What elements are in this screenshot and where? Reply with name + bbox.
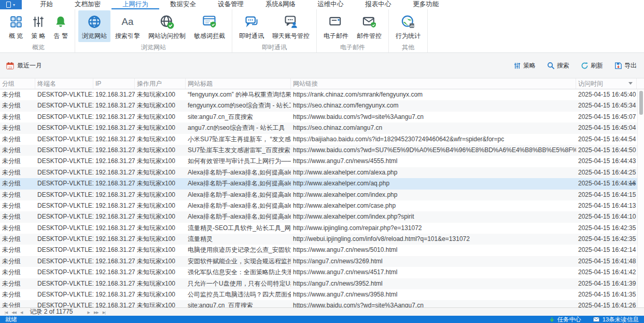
menubar: ▼ 开始文档加密上网行为数据安全设备管理系统&网络运维中心报表中心更多功能	[0, 0, 644, 9]
cell-user: 未知玩家x100	[135, 289, 186, 300]
column-header-分组[interactable]: 分组	[0, 78, 35, 89]
cell-terminal: DESKTOP-VLKTLE1	[35, 123, 93, 133]
document-icon	[6, 2, 11, 8]
window-shield-icon	[202, 14, 217, 30]
ribbon-button-敏感词拦截[interactable]: 敏感词拦截	[190, 10, 229, 42]
table-row[interactable]: 未分组DESKTOP-VLKTLE1192.168.31.27未知玩家x100A…	[0, 178, 644, 189]
column-header-IP[interactable]: IP	[93, 78, 135, 89]
chat-user-icon	[284, 14, 298, 30]
ribbon-button-label: 即时通讯	[239, 32, 264, 41]
cell-url: http://www.ipjingling.com/repair.php?e=1…	[291, 223, 576, 234]
cell-terminal: DESKTOP-VLKTLE1	[35, 112, 93, 123]
cell-url: https://seo.chinaz.com/angu7.cn	[291, 123, 576, 133]
menu-tab-设备管理[interactable]: 设备管理	[207, 0, 255, 9]
column-header-网站标题[interactable]: 网站标题	[186, 78, 291, 89]
table-row[interactable]: 未分组DESKTOP-VLKTLE1192.168.31.27未知玩家x100如…	[0, 156, 644, 167]
table-row[interactable]: 未分组DESKTOP-VLKTLE1192.168.31.27未知玩家x100公…	[0, 289, 644, 300]
cell-title: 流量精灵-SEO工具软件_站长工具_网站推广...	[186, 223, 291, 234]
cell-terminal: DESKTOP-VLKTLE1	[35, 178, 93, 189]
scrollbar-thumb[interactable]	[639, 91, 643, 115]
app-menu-button[interactable]: ▼	[0, 0, 22, 9]
ribbon-button-邮件管控[interactable]: 邮件管控	[353, 10, 385, 42]
column-header-访问时间[interactable]: 访问时间	[576, 78, 637, 89]
menu-tab-更多功能[interactable]: 更多功能	[402, 0, 450, 9]
cell-group: 未分组	[0, 112, 35, 123]
ribbon: 概 览策 略告 警概览浏览网站Aa搜索引擎网站访问控制敏感词拦截浏览网站即时通讯…	[0, 9, 644, 53]
cell-user: 未知玩家x100	[135, 178, 186, 189]
toolbar-action-搜索[interactable]: 搜索	[547, 61, 569, 70]
cell-title: 如何有效管理与审计员工上网行为——安固...	[186, 156, 291, 167]
column-header-网站链接[interactable]: 网站链接	[291, 78, 576, 89]
toolbar-action-刷新[interactable]: 刷新	[581, 61, 603, 70]
prev-page-button[interactable]: ◀	[18, 311, 24, 314]
ribbon-button-行为统计[interactable]: 行为统计	[392, 10, 424, 42]
table-row[interactable]: 未分组DESKTOP-VLKTLE1192.168.31.27未知玩家x100A…	[0, 200, 644, 211]
table-row[interactable]: 未分组DESKTOP-VLKTLE1192.168.31.27未知玩家x100A…	[0, 211, 644, 222]
toolbar-action-label: 搜索	[557, 61, 569, 70]
menu-tab-开始[interactable]: 开始	[29, 0, 64, 9]
menu-tab-系统&网络[interactable]: 系统&网络	[255, 0, 306, 9]
ribbon-button-告警[interactable]: 告 警	[50, 10, 72, 42]
prev-fast-button[interactable]: ◀◀	[9, 311, 18, 314]
cell-url: https://www.angu7.cn/news/3958.html	[291, 289, 576, 300]
cell-title: 公司监控员工电脑违法吗？四大层面全局解...	[186, 289, 291, 300]
menu-tab-文档加密[interactable]: 文档加密	[64, 0, 111, 9]
ribbon-button-电子邮件[interactable]: 电子邮件	[320, 10, 352, 42]
cell-title: Alexa排名助手-alexa排名,如何提高alexa排...	[186, 167, 291, 178]
ribbon-button-策略[interactable]: 策 略	[27, 10, 49, 42]
cell-user: 未知玩家x100	[135, 223, 186, 234]
ribbon-group-label: 电子邮件	[320, 42, 385, 52]
cell-title: Alexa排名助手-alexa排名,如何提高alexa排...	[186, 190, 291, 200]
cell-terminal: DESKTOP-VLKTLE1	[35, 256, 93, 267]
unread-messages-link[interactable]: 13条未读信息	[593, 316, 639, 323]
mail-icon	[329, 14, 343, 30]
ribbon-button-概览[interactable]: 概 览	[5, 10, 26, 42]
table-row[interactable]: 未分组DESKTOP-VLKTLE1192.168.31.27未知玩家x100强…	[0, 267, 644, 278]
next-fast-button[interactable]: ▶▶	[92, 311, 101, 314]
svg-text:23: 23	[8, 65, 12, 69]
toolbar-action-策略[interactable]: 策略	[513, 61, 536, 70]
ribbon-button-浏览网站[interactable]: 浏览网站	[78, 10, 110, 42]
task-center-link[interactable]: 任务中心	[549, 316, 581, 323]
table-row[interactable]: 未分组DESKTOP-VLKTLE1192.168.31.27未知玩家x100流…	[0, 223, 644, 234]
status-bar: 就绪 任务中心 13条未读信息	[0, 316, 644, 323]
date-range-filter[interactable]: 23 最近一月	[6, 61, 42, 70]
cell-url: https://www.angu7.cn/news/5010.html	[291, 245, 576, 255]
cell-ip: 192.168.31.27	[93, 211, 135, 222]
menu-tab-数据安全[interactable]: 数据安全	[159, 0, 207, 9]
table-row[interactable]: 未分组DESKTOP-VLKTLE1192.168.31.27未知玩家x100只…	[0, 278, 644, 289]
table-row[interactable]: 未分组DESKTOP-VLKTLE1192.168.31.27未知玩家x100安…	[0, 256, 644, 267]
table-row[interactable]: 未分组DESKTOP-VLKTLE1192.168.31.27未知玩家x100A…	[0, 190, 644, 200]
cell-user: 未知玩家x100	[135, 167, 186, 178]
filter-dropdown-icon[interactable]	[628, 82, 633, 85]
first-page-button[interactable]: |◀	[3, 311, 9, 314]
menu-tab-报表中心[interactable]: 报表中心	[354, 0, 402, 9]
toolbar-action-导出[interactable]: 导出	[614, 61, 637, 70]
menu-tab-运维中心[interactable]: 运维中心	[306, 0, 354, 9]
table-row[interactable]: 未分组DESKTOP-VLKTLE1192.168.31.27未知玩家x100a…	[0, 123, 644, 133]
ribbon-button-聊天账号管控[interactable]: 聊天账号管控	[269, 10, 313, 42]
table-row[interactable]: 未分组DESKTOP-VLKTLE1192.168.31.27未知玩家x100电…	[0, 245, 644, 255]
cell-terminal: DESKTOP-VLKTLE1	[35, 234, 93, 245]
table-row[interactable]: 未分组DESKTOP-VLKTLE1192.168.31.27未知玩家x100A…	[0, 167, 644, 178]
table-row[interactable]: 未分组DESKTOP-VLKTLE1192.168.31.27未知玩家x100s…	[0, 300, 644, 307]
column-header-终端名[interactable]: 终端名	[35, 78, 93, 89]
cell-time: 2025-04-15 16:45:04	[576, 123, 637, 133]
next-page-button[interactable]: ▶	[86, 311, 92, 314]
last-page-button[interactable]: ▶|	[101, 311, 107, 314]
ribbon-button-网站访问控制[interactable]: 网站访问控制	[145, 10, 189, 42]
table-row[interactable]: 未分组DESKTOP-VLKTLE1192.168.31.27未知玩家x100s…	[0, 112, 644, 123]
cell-user: 未知玩家x100	[135, 100, 186, 111]
app-window: ▼ 开始文档加密上网行为数据安全设备管理系统&网络运维中心报表中心更多功能 概 …	[0, 0, 644, 323]
table-row[interactable]: 未分组DESKTOP-VLKTLE1192.168.31.27未知玩家x100流…	[0, 234, 644, 245]
table-row[interactable]: 未分组DESKTOP-VLKTLE1192.168.31.27未知玩家x100“…	[0, 89, 644, 100]
column-header-操作用户[interactable]: 操作用户	[135, 78, 186, 89]
table-row[interactable]: 未分组DESKTOP-VLKTLE1192.168.31.27未知玩家x100f…	[0, 100, 644, 111]
table-row[interactable]: 未分组DESKTOP-VLKTLE1192.168.31.27未知玩家x100小…	[0, 134, 644, 145]
table-row[interactable]: 未分组DESKTOP-VLKTLE1192.168.31.27未知玩家x100S…	[0, 145, 644, 156]
vertical-scrollbar[interactable]	[637, 90, 644, 307]
menu-tab-上网行为[interactable]: 上网行为	[111, 0, 159, 9]
ribbon-button-搜索引擎[interactable]: Aa搜索引擎	[111, 10, 144, 42]
row-actions-ellipsis[interactable]: •••	[628, 178, 636, 189]
ribbon-button-即时通讯[interactable]: 即时通讯	[235, 10, 268, 42]
